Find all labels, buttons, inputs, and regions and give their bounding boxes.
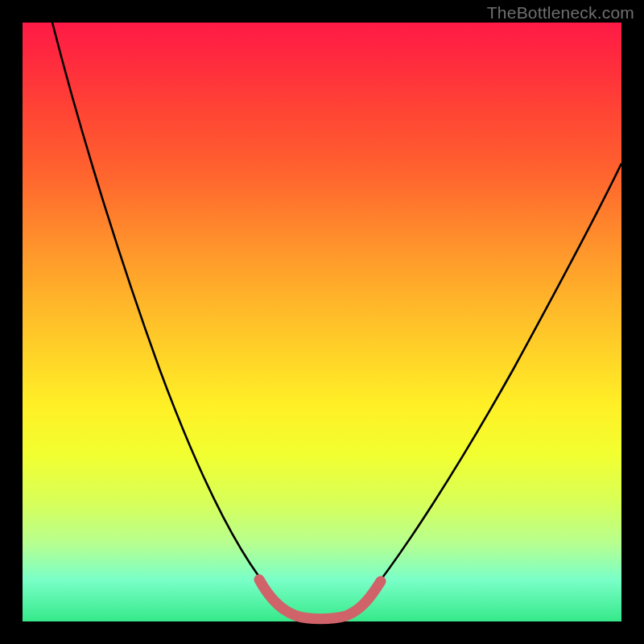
curve-layer xyxy=(23,23,621,621)
watermark-text: TheBottleneck.com xyxy=(487,3,634,23)
bottleneck-curve xyxy=(52,23,621,618)
plot-area xyxy=(23,23,621,621)
chart-frame: TheBottleneck.com xyxy=(0,0,644,644)
valley-highlight xyxy=(259,580,381,619)
